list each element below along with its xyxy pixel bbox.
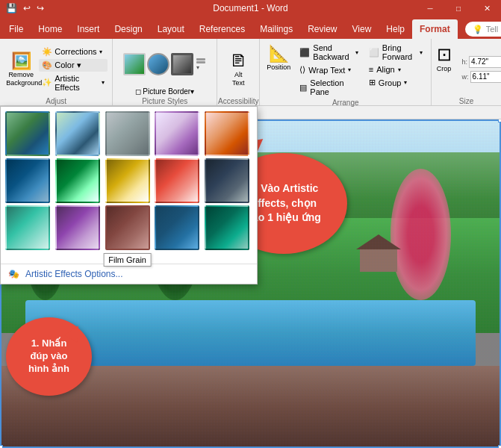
close-btn[interactable]: ✕ xyxy=(473,0,501,16)
picture-border-btn[interactable]: ◻Picture Border▾ xyxy=(133,87,196,96)
corrections-btn[interactable]: ☀️ Corrections ▾ xyxy=(39,46,108,58)
tab-mailings[interactable]: Mailings xyxy=(252,19,300,39)
remove-background-btn[interactable]: 🖼️ RemoveBackground xyxy=(4,49,37,90)
arrange-group: 📐 Position ⬛ Send Backward ▾ ⟨⟩ Wrap Tex… xyxy=(260,39,432,105)
corrections-icon: ☀️ xyxy=(42,47,52,57)
artistic-effects-panel: Film Grain 🎭 Artistic Effects Options... xyxy=(0,106,258,284)
alt-text-icon: 🖹 xyxy=(230,52,246,71)
handle-tr[interactable] xyxy=(498,119,501,122)
group-btn[interactable]: ⊞ Group ▾ xyxy=(365,76,426,89)
tab-references[interactable]: References xyxy=(192,19,252,39)
group-icon: ⊞ xyxy=(369,78,376,87)
ae-options-icon: 🎭 xyxy=(8,269,19,279)
position-icon: 📐 xyxy=(269,44,289,63)
ae-options-link[interactable]: 🎭 Artistic Effects Options... xyxy=(1,264,257,284)
color-btn[interactable]: 🎨 Color ▾ xyxy=(39,59,108,72)
tab-layout[interactable]: Layout xyxy=(150,19,192,39)
wrap-icon: ⟨⟩ xyxy=(299,65,305,75)
tab-home[interactable]: Home xyxy=(31,19,69,39)
wrap-text-btn[interactable]: ⟨⟩ Wrap Text ▾ xyxy=(296,63,362,76)
ae-thumb-12[interactable] xyxy=(55,205,100,250)
ae-thumb-10[interactable] xyxy=(205,158,249,203)
ribbon: 🖼️ RemoveBackground ☀️ Corrections ▾ 🎨 C… xyxy=(0,39,501,106)
redo-icon[interactable]: ↪ xyxy=(37,3,44,13)
send-backward-btn[interactable]: ⬛ Send Backward ▾ xyxy=(296,42,362,63)
tab-file[interactable]: File xyxy=(1,19,31,39)
border-icon: ◻ xyxy=(135,87,141,96)
ae-thumb-13-film-grain[interactable]: Film Grain xyxy=(105,205,150,250)
width-input[interactable]: 6.11" xyxy=(470,71,501,83)
ae-thumb-7[interactable] xyxy=(55,158,100,203)
window-controls: ─ □ ✕ xyxy=(416,0,501,16)
ae-thumb-15[interactable] xyxy=(205,205,249,250)
ae-icon: ✨ xyxy=(42,78,52,87)
quick-access-toolbar: 💾 ↩ ↪ xyxy=(6,3,44,13)
undo-icon[interactable]: ↩ xyxy=(23,3,31,13)
align-icon: ≡ xyxy=(369,65,373,74)
title-bar: 💾 ↩ ↪ Document1 - Word ─ □ ✕ xyxy=(0,0,501,16)
quick-style-2[interactable] xyxy=(147,53,169,75)
color-icon: 🎨 xyxy=(42,60,52,70)
size-group: ⊡ Crop h: 4.72" w: 6.11" Size xyxy=(432,39,501,105)
ae-thumb-11[interactable] xyxy=(5,205,50,250)
film-grain-tooltip: Film Grain xyxy=(103,253,152,267)
ae-grid: Film Grain xyxy=(1,107,257,255)
tab-insert[interactable]: Insert xyxy=(69,19,107,39)
crop-btn[interactable]: ⊡ Crop xyxy=(429,42,459,75)
tell-me-text: Tell me what y xyxy=(486,25,501,34)
quick-styles-more[interactable]: ▾ xyxy=(195,57,207,72)
lightbulb-icon: 💡 xyxy=(473,25,483,34)
adjust-sub: ☀️ Corrections ▾ 🎨 Color ▾ ✨ Artistic Ef… xyxy=(39,46,108,93)
ribbon-tabs: File Home Insert Design Layout Reference… xyxy=(0,16,501,39)
minimize-btn[interactable]: ─ xyxy=(416,0,444,16)
adjust-group: 🖼️ RemoveBackground ☀️ Corrections ▾ 🎨 C… xyxy=(0,39,113,105)
ae-thumb-8[interactable] xyxy=(105,158,150,203)
tab-help[interactable]: Help xyxy=(379,19,412,39)
ae-thumb-1[interactable] xyxy=(5,111,50,156)
quick-style-1[interactable] xyxy=(123,53,146,75)
save-icon[interactable]: 💾 xyxy=(6,3,17,13)
tab-review[interactable]: Review xyxy=(300,19,344,39)
selection-pane-btn[interactable]: ▤ Selection Pane xyxy=(296,77,362,98)
handle-bl[interactable] xyxy=(0,445,3,448)
align-btn[interactable]: ≡ Align ▾ xyxy=(365,63,426,75)
ae-thumb-9[interactable] xyxy=(155,158,199,203)
quick-style-3[interactable] xyxy=(171,53,193,75)
ae-thumb-3[interactable] xyxy=(105,111,150,156)
tab-view[interactable]: View xyxy=(345,19,379,39)
ae-thumb-5[interactable] xyxy=(205,111,249,156)
accessibility-group: 🖹 AltText Accessibility xyxy=(217,39,260,105)
maximize-btn[interactable]: □ xyxy=(444,0,473,16)
title-text: Document1 - Word xyxy=(213,3,287,13)
height-input[interactable]: 4.72" xyxy=(469,56,501,68)
tab-format[interactable]: Format xyxy=(412,19,458,39)
ae-thumb-2[interactable] xyxy=(55,111,100,156)
handle-br[interactable] xyxy=(498,445,501,448)
tab-design[interactable]: Design xyxy=(107,19,149,39)
remove-bg-icon: 🖼️ xyxy=(11,52,31,71)
crop-icon: ⊡ xyxy=(437,44,452,65)
ae-thumb-4[interactable] xyxy=(155,111,199,156)
ae-thumb-6[interactable] xyxy=(5,158,50,203)
pane-icon: ▤ xyxy=(299,83,307,93)
artistic-effects-btn[interactable]: ✨ Artistic Effects ▾ xyxy=(39,72,108,93)
picture-styles-group: ▾ ◻Picture Border▾ Picture Styles xyxy=(113,39,217,105)
alt-text-btn[interactable]: 🖹 AltText xyxy=(227,49,249,90)
forward-icon: ⬜ xyxy=(369,48,379,57)
bring-forward-btn[interactable]: ⬜ Bring Forward ▾ xyxy=(365,42,426,63)
position-btn[interactable]: 📐 Position xyxy=(264,42,293,74)
tell-me-input[interactable]: 💡 Tell me what y xyxy=(465,22,501,37)
ae-thumb-14[interactable] xyxy=(155,205,199,250)
backward-icon: ⬛ xyxy=(299,48,310,57)
